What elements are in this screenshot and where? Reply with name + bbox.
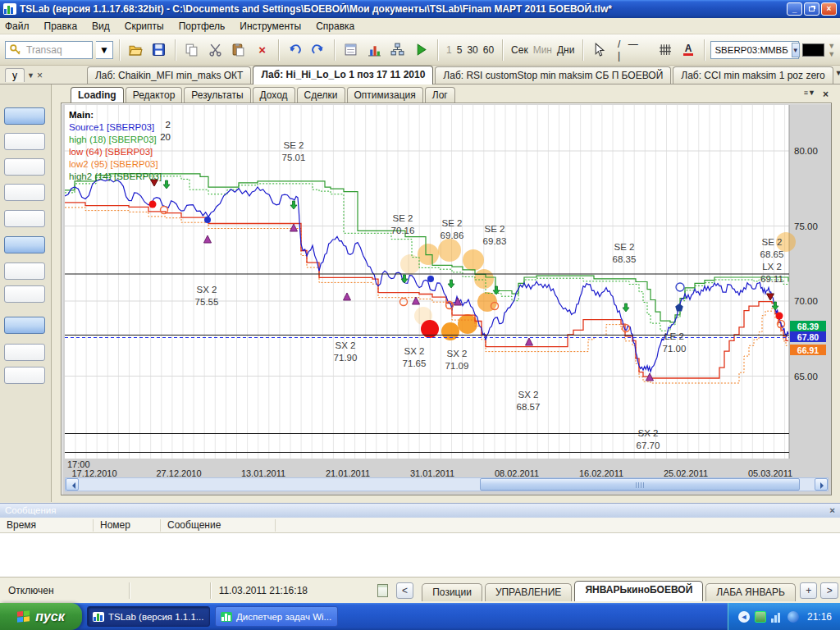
cut-button[interactable] bbox=[205, 39, 226, 61]
messages-column-2[interactable]: Сообщение bbox=[161, 519, 276, 532]
cursor-tool-button[interactable] bbox=[589, 39, 609, 61]
script-tab-Результаты[interactable]: Результаты bbox=[184, 87, 250, 103]
sidebar-button-6[interactable] bbox=[4, 262, 45, 280]
portfolio-tabs-next-button[interactable]: > bbox=[820, 582, 838, 599]
tray-chevron-icon[interactable]: ◄ bbox=[738, 611, 750, 623]
menu-Файл[interactable]: Файл bbox=[5, 21, 30, 32]
sidebar-button-2[interactable] bbox=[4, 158, 45, 176]
timeframe-1-button[interactable]: 1 bbox=[444, 44, 454, 56]
portfolio-tabs-prev-button[interactable]: < bbox=[396, 582, 414, 599]
connection-combo[interactable]: Transaq bbox=[5, 41, 93, 59]
run-button[interactable] bbox=[411, 39, 431, 61]
toolbar-separator bbox=[502, 39, 503, 61]
doc-tab[interactable]: Лаб: Hi_Hi_Lo_Lo 1 поз 17 11 2010 bbox=[253, 66, 433, 84]
sidebar-button-8[interactable] bbox=[4, 317, 45, 334]
tray-chart-icon[interactable] bbox=[771, 611, 783, 623]
panel-menu-icon[interactable]: ≡▼ bbox=[804, 89, 815, 100]
script-tab-Лог[interactable]: Лог bbox=[425, 87, 455, 103]
timeframe-5-button[interactable]: 5 bbox=[454, 44, 465, 56]
text-tool-underline bbox=[683, 53, 693, 56]
hash-tool-button[interactable] bbox=[655, 39, 675, 61]
left-panel-close-icon[interactable]: × bbox=[37, 69, 43, 82]
messages-column-1[interactable]: Номер bbox=[94, 519, 161, 532]
cursor-icon bbox=[592, 43, 606, 57]
menu-Вид[interactable]: Вид bbox=[92, 21, 110, 32]
menu-Правка[interactable]: Правка bbox=[44, 21, 78, 32]
plot-area bbox=[65, 105, 789, 459]
chart-horizontal-scrollbar[interactable] bbox=[65, 477, 829, 491]
menu-Портфель[interactable]: Портфель bbox=[179, 21, 226, 32]
calendar-icon[interactable] bbox=[377, 584, 388, 597]
portfolio-tab[interactable]: УПРАВЛЕНИЕ bbox=[485, 583, 573, 601]
script-window-button[interactable] bbox=[340, 39, 361, 61]
sidebar-button-0[interactable] bbox=[4, 107, 45, 125]
panel-close-icon[interactable]: × bbox=[823, 89, 829, 100]
left-panel-menu-icon[interactable]: ▼ bbox=[27, 69, 34, 82]
script-tab-Оптимизация[interactable]: Оптимизация bbox=[347, 87, 423, 103]
paste-button[interactable] bbox=[229, 39, 249, 61]
script-tab-Доход[interactable]: Доход bbox=[253, 87, 295, 103]
unit-Сек-button[interactable]: Сек bbox=[509, 44, 531, 56]
taskbar-task[interactable]: Диспетчер задач Wi... bbox=[215, 606, 338, 627]
timeframe-30-button[interactable]: 30 bbox=[464, 44, 480, 56]
start-button[interactable]: пуск bbox=[0, 603, 82, 630]
chart-canvas[interactable]: SE 275.01SX 275.55SE 270.16SE 269.86SE 2… bbox=[65, 105, 829, 477]
copy-button[interactable] bbox=[181, 39, 202, 61]
unit-Дни-button[interactable]: Дни bbox=[555, 44, 577, 56]
save-button[interactable] bbox=[148, 39, 169, 61]
script-tab-Редактор[interactable]: Редактор bbox=[126, 87, 183, 103]
timeframe-60-button[interactable]: 60 bbox=[481, 44, 496, 56]
redo-button[interactable] bbox=[308, 39, 329, 61]
close-button[interactable]: × bbox=[821, 2, 837, 16]
sidebar-button-9[interactable] bbox=[4, 344, 45, 361]
scheme-button[interactable] bbox=[388, 39, 409, 61]
menu-Скрипты[interactable]: Скрипты bbox=[125, 21, 164, 32]
connection-dropdown-button[interactable]: ▼ bbox=[96, 41, 113, 59]
menu-Справка[interactable]: Справка bbox=[316, 21, 354, 32]
portfolio-tab-add-button[interactable]: + bbox=[800, 582, 818, 599]
portfolio-tab[interactable]: Позиции bbox=[422, 583, 482, 601]
restore-button[interactable] bbox=[804, 2, 819, 16]
doc-tab[interactable]: Лаб: CCI min maksim 1 poz zero bbox=[673, 66, 833, 84]
messages-close-icon[interactable]: × bbox=[829, 505, 835, 515]
open-file-button[interactable] bbox=[126, 39, 146, 61]
unit-Мин-button[interactable]: Мин bbox=[531, 44, 555, 56]
portfolio-tab[interactable]: ЛАБА ЯНВАРЬ bbox=[705, 583, 796, 601]
sidebar-button-1[interactable] bbox=[4, 133, 45, 150]
tray-network-icon[interactable] bbox=[788, 611, 799, 623]
portfolio-tab[interactable]: ЯНВАРЬкиноБОЕВОЙ bbox=[574, 581, 703, 601]
script-tab-Loading[interactable]: Loading bbox=[71, 87, 124, 103]
draw-tool-1[interactable]: — bbox=[626, 39, 641, 50]
toolbar-overflow-chevron[interactable]: ▼▼ bbox=[828, 42, 835, 58]
taskbar-task[interactable]: TSLab (версия 1.1.1... bbox=[87, 606, 210, 627]
trade-label: SX 2 bbox=[638, 428, 659, 438]
menu-Инструменты[interactable]: Инструменты bbox=[240, 21, 301, 32]
sidebar-button-5[interactable] bbox=[4, 236, 45, 253]
scrollbar-grip bbox=[636, 482, 644, 488]
scroll-right-button[interactable] bbox=[815, 478, 828, 491]
color-swatch[interactable] bbox=[802, 43, 824, 57]
scroll-left-button[interactable] bbox=[66, 478, 79, 491]
sidebar-button-4[interactable] bbox=[4, 210, 45, 227]
delete-button[interactable]: × bbox=[252, 39, 272, 61]
draw-tool-2[interactable]: | bbox=[615, 50, 623, 62]
sidebar-button-3[interactable] bbox=[4, 184, 45, 201]
text-tool-button[interactable]: A bbox=[678, 39, 699, 61]
sidebar-button-7[interactable] bbox=[4, 285, 45, 303]
undo-button[interactable] bbox=[285, 39, 305, 61]
sidebar-button-10[interactable] bbox=[4, 367, 45, 384]
draw-tool-0[interactable]: / bbox=[615, 39, 626, 50]
doc-tab[interactable]: Лаб: RSI customStop min maksim СБ П БОЕВ… bbox=[435, 66, 671, 84]
minimize-button[interactable]: _ bbox=[787, 2, 802, 16]
doc-tabs-dropdown-icon[interactable]: ▼ bbox=[835, 69, 840, 80]
left-panel-header: у ▼ × bbox=[0, 68, 46, 84]
messages-column-0[interactable]: Время bbox=[0, 519, 94, 532]
script-tab-Сделки[interactable]: Сделки bbox=[297, 87, 345, 103]
blue-dot-icon bbox=[204, 217, 211, 223]
tray-status-icon[interactable] bbox=[755, 611, 766, 623]
doc-tab[interactable]: Лаб: Chaikin_MFI min_maks ОКТ bbox=[87, 66, 251, 84]
chart-button[interactable] bbox=[364, 39, 385, 61]
left-panel-tab[interactable]: у bbox=[5, 68, 25, 82]
scrollbar-thumb[interactable] bbox=[480, 478, 800, 491]
instrument-combo[interactable]: SBERP03:ММВБ ▼ bbox=[710, 41, 799, 59]
